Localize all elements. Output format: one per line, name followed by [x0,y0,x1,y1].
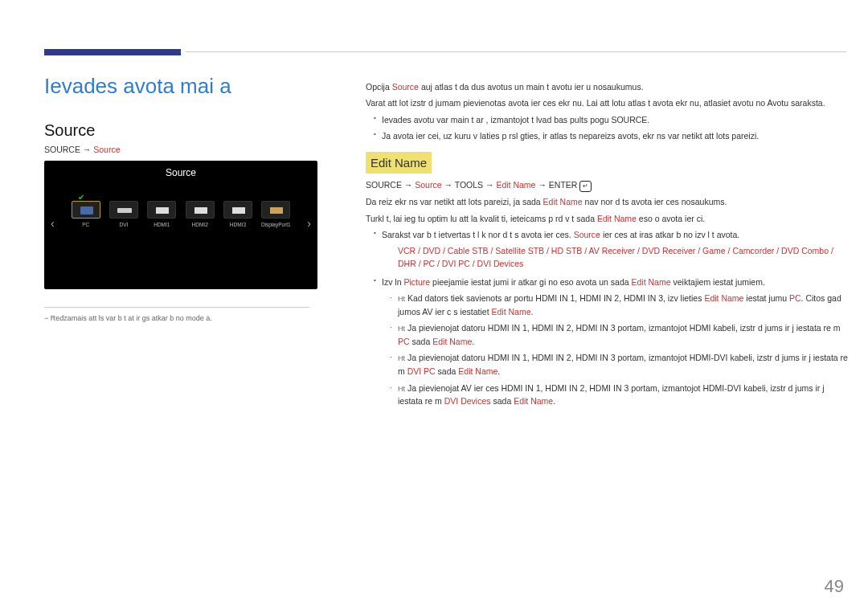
source-item-label: DisplayPort1 [259,222,293,230]
para-3: Da reiz ekr ns var netikt att lots parei… [366,195,848,208]
note-2: HtJa pievienojat datoru HDMI IN 1, HDMI … [390,321,848,348]
source-item-label: HDMI2 [182,222,217,230]
right-column: Opcija Source auj atlas t da dus avotus … [366,80,848,411]
source-item-pc[interactable]: ✔PC [68,201,103,230]
bullet-3: Sarakst var b t ietvertas t l k nor d t … [374,228,848,271]
pc-icon [72,201,100,219]
source-item-hdmi3[interactable]: HDMI3 [220,201,255,230]
source-item-label: HDMI3 [220,222,255,230]
note-4: HtJa pievienojat AV ier ces HDMI IN 1, H… [390,382,848,408]
nav-path-edit-name: SOURCE → Source → TOOLS → Edit Name → EN… [366,178,848,192]
para-1: Opcija Source auj atlas t da dus avotus … [366,80,848,93]
path-prefix: SOURCE → [44,145,93,154]
page-number: 49 [825,576,844,597]
source-item-hdmi2[interactable]: HDMI2 [182,201,217,230]
bullet-list-1: Ievades avotu var main t ar , izmantojot… [374,113,848,143]
source-item-label: DVI [106,222,141,230]
source-icons-row: ✔PCDVIHDMI1HDMI2HDMI3DisplayPort1 [68,201,293,230]
footnote-text: − Redzamais att ls var b t at ir gs atka… [44,314,321,322]
nav-path-source: SOURCE → Source [44,145,321,154]
bullet-list-2: Sarakst var b t ietvertas t l k nor d t … [374,228,848,408]
source-item-displayport1[interactable]: DisplayPort1 [259,201,293,230]
left-column: Ievades avota mai a Source SOURCE → Sour… [44,74,321,322]
subsection-edit-name: Edit Name [366,152,432,174]
dvi-icon [109,201,138,219]
inline-source: Source [392,82,419,92]
bullet-2: Ja avota ier cei, uz kuru v laties p rsl… [374,129,848,142]
section-heading-source: Source [44,121,321,140]
bullet-1: Ievades avotu var main t ar , izmantojot… [374,113,848,126]
dp-icon [261,201,290,219]
bullet-4: Izv ln Picture pieejamie iestat jumi ir … [374,276,848,408]
hdmi-icon [147,201,176,219]
page-title: Ievades avota mai a [44,74,321,99]
path-highlight: Source [93,145,120,154]
hdmi-icon [186,201,215,219]
source-item-dvi[interactable]: DVI [106,201,141,230]
source-preview: Source ‹ › ✔PCDVIHDMI1HDMI2HDMI3DisplayP… [44,161,317,289]
note-3: HtJa pievienojat datoru HDMI IN 1, HDMI … [390,351,848,378]
arrow-right-icon[interactable]: › [307,217,311,230]
note-list: HtKad dators tiek savienots ar portu HDM… [390,292,848,408]
source-item-label: PC [68,222,103,230]
para-4: Turkl t, lai ieg tu optim lu att la kval… [366,212,848,225]
hdmi-icon [223,201,252,219]
source-item-hdmi1[interactable]: HDMI1 [145,201,179,230]
tv-title: Source [44,161,317,178]
options-list: VCR / DVD / Cable STB / Satellite STB / … [398,244,848,271]
header-rule [44,44,848,59]
para-2: Varat att lot izstr d jumam pievienotas … [366,96,848,109]
note-1: HtKad dators tiek savienots ar portu HDM… [390,292,848,318]
source-item-label: HDMI1 [145,222,179,230]
footnote-divider [44,307,309,308]
arrow-left-icon[interactable]: ‹ [51,217,55,230]
enter-icon: ↵ [579,181,592,192]
